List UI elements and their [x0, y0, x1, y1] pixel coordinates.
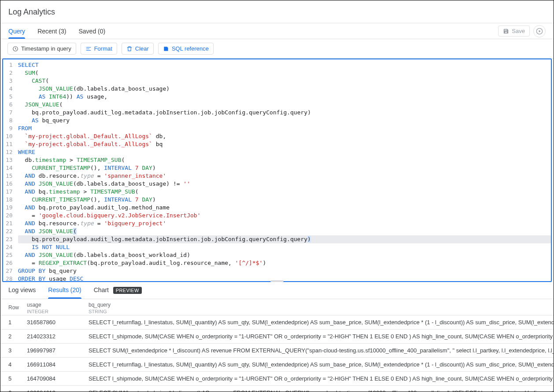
cell-bq-query: SELECT l_returnflag, l_linestatus, SUM(l… — [84, 315, 554, 330]
code-line[interactable]: IS NOT NULL — [18, 243, 551, 251]
code-line[interactable]: AND bq.timestamp > TIMESTAMP_SUB( — [18, 188, 551, 196]
code-line[interactable]: bq.proto_payload.audit_log.metadata.jobI… — [18, 235, 551, 243]
line-number: 22 — [6, 227, 13, 235]
line-number: 27 — [6, 267, 13, 275]
tab-query[interactable]: Query — [8, 24, 25, 38]
line-number: 1 — [6, 61, 13, 69]
line-number: 21 — [6, 220, 13, 227]
trash-icon — [126, 46, 133, 52]
code-line[interactable]: ORDER BY usage DESC — [18, 275, 551, 281]
table-row[interactable]: 3196997987SELECT SUM(l_extendedprice * l… — [0, 344, 554, 358]
code-line[interactable]: GROUP BY bq_query — [18, 267, 551, 275]
cell-row: 6 — [0, 386, 22, 392]
code-line[interactable]: SUM( — [18, 69, 551, 77]
line-number: 25 — [6, 251, 13, 259]
cell-row: 2 — [0, 330, 22, 344]
clear-button[interactable]: Clear — [122, 43, 154, 55]
cell-usage: 214023312 — [22, 330, 84, 344]
code-line[interactable]: CURRENT_TIMESTAMP(), INTERVAL 7 DAY) — [18, 164, 551, 172]
line-number: 12 — [6, 148, 13, 156]
line-number: 18 — [6, 196, 13, 204]
cell-usage: 122604613 — [22, 386, 84, 392]
line-number: 23 — [6, 235, 13, 243]
line-gutter: 1234567891011121314151617181920212223242… — [3, 59, 16, 281]
timestamp-label: Timestamp in query — [21, 45, 71, 52]
cell-usage: 164709084 — [22, 372, 84, 386]
code-line[interactable]: = REGEXP_EXTRACT(bq.proto_payload.audit_… — [18, 259, 551, 267]
cell-bq-query: SELECT SUM(l_extendedprice * l_discount)… — [84, 344, 554, 358]
table-row[interactable]: 6122604613SELECT SUM(l_extendedprice * l… — [0, 386, 554, 392]
line-number: 28 — [6, 275, 13, 281]
code-line[interactable]: AND JSON_VALUE(db.labels.data_boost_work… — [18, 251, 551, 259]
code-line[interactable]: `my-project.global._Default._AllLogs` bq — [18, 140, 551, 148]
run-circle-button[interactable] — [533, 25, 546, 37]
code-line[interactable]: WHERE — [18, 148, 551, 156]
save-label: Save — [512, 28, 525, 34]
format-button[interactable]: Format — [81, 43, 117, 55]
query-editor[interactable]: 1234567891011121314151617181920212223242… — [2, 59, 552, 282]
code-line[interactable]: AND bq.resource.type = 'bigquery_project… — [18, 220, 551, 227]
save-button[interactable]: Save — [498, 26, 530, 37]
code-line[interactable]: FROM — [18, 125, 551, 132]
col-bq-query: bq_query STRING — [84, 299, 554, 315]
line-number: 3 — [6, 77, 13, 85]
tab-saved[interactable]: Saved (0) — [78, 24, 105, 38]
col-usage: usage INTEGER — [22, 299, 84, 315]
code-line[interactable]: db.timestamp > TIMESTAMP_SUB( — [18, 156, 551, 164]
code-line[interactable]: `my-project.global._Default._AllLogs` db… — [18, 132, 551, 140]
format-label: Format — [94, 45, 112, 52]
results-tabs: Log views Results (20) Chart PREVIEW — [0, 282, 554, 299]
table-row[interactable]: 5164709084SELECT l_shipmode, SUM(CASE WH… — [0, 372, 554, 386]
sql-reference-label: SQL reference — [172, 45, 209, 52]
save-icon — [503, 28, 509, 34]
tab-chart[interactable]: Chart PREVIEW — [94, 286, 142, 296]
code-line[interactable]: SELECT — [18, 61, 551, 69]
line-number: 17 — [6, 188, 13, 196]
main-tabs: Query Recent (3) Saved (0) Save — [0, 23, 554, 39]
code-line[interactable]: JSON_VALUE( — [18, 101, 551, 109]
line-number: 6 — [6, 101, 13, 109]
cell-bq-query: SELECT l_shipmode, SUM(CASE WHEN o_order… — [84, 372, 554, 386]
cell-usage: 166911084 — [22, 358, 84, 372]
code-line[interactable]: bq.proto_payload.audit_log.metadata.jobI… — [18, 109, 551, 117]
code-line[interactable]: = 'google.cloud.bigquery.v2.JobService.I… — [18, 212, 551, 220]
code-line[interactable]: CAST( — [18, 77, 551, 85]
line-number: 5 — [6, 93, 13, 101]
code-line[interactable]: AND JSON_VALUE(db.labels.data_boost_usag… — [18, 180, 551, 188]
chart-label: Chart — [94, 286, 109, 293]
cell-row: 5 — [0, 372, 22, 386]
code-line[interactable]: AND db.resource.type = 'spanner_instance… — [18, 172, 551, 180]
table-row[interactable]: 4166911084SELECT l_returnflag, l_linesta… — [0, 358, 554, 372]
code-area[interactable]: SELECT SUM( CAST( JSON_VALUE(db.labels.d… — [16, 59, 551, 281]
line-number: 7 — [6, 109, 13, 117]
line-number: 15 — [6, 172, 13, 180]
line-number: 8 — [6, 117, 13, 125]
table-row[interactable]: 1316587860SELECT l_returnflag, l_linesta… — [0, 315, 554, 330]
code-line[interactable]: JSON_VALUE(db.labels.data_boost_usage) — [18, 85, 551, 93]
document-icon — [163, 46, 169, 52]
tab-log-views[interactable]: Log views — [8, 286, 36, 296]
line-number: 9 — [6, 125, 13, 132]
line-number: 2 — [6, 69, 13, 77]
tab-recent[interactable]: Recent (3) — [37, 24, 66, 38]
table-row[interactable]: 2214023312SELECT l_shipmode, SUM(CASE WH… — [0, 330, 554, 344]
line-number: 20 — [6, 212, 13, 220]
line-number: 19 — [6, 204, 13, 212]
resize-handle[interactable] — [270, 280, 284, 282]
results-table: Row usage INTEGER bq_query STRING 131658… — [0, 299, 554, 392]
timestamp-chip[interactable]: Timestamp in query — [7, 43, 76, 55]
tab-results[interactable]: Results (20) — [48, 286, 81, 296]
cell-bq-query: SELECT l_returnflag, l_linestatus, SUM(l… — [84, 358, 554, 372]
sql-reference-button[interactable]: SQL reference — [158, 43, 214, 55]
code-line[interactable]: CURRENT_TIMESTAMP(), INTERVAL 7 DAY) — [18, 196, 551, 204]
line-number: 16 — [6, 180, 13, 188]
code-line[interactable]: AND JSON_VALUE( — [18, 227, 551, 235]
run-icon — [536, 28, 543, 35]
clear-label: Clear — [135, 45, 149, 52]
line-number: 24 — [6, 243, 13, 251]
code-line[interactable]: AS INT64)) AS usage, — [18, 93, 551, 101]
code-line[interactable]: AND bq.proto_payload.audit_log.method_na… — [18, 204, 551, 212]
cell-usage: 316587860 — [22, 315, 84, 330]
code-line[interactable]: AS bq_query — [18, 117, 551, 125]
preview-badge: PREVIEW — [113, 287, 142, 294]
